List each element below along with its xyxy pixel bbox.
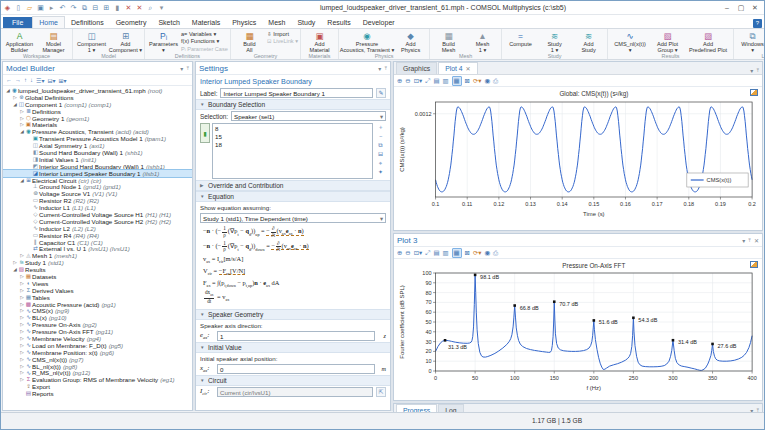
tree-item-sound-hard-boundary-wall-1[interactable]: ◧Sound Hard Boundary (Wall) 1(shb1) xyxy=(3,149,192,156)
tree-item-load-on-membrane-f-d-t-[interactable]: ▷∿Load on Membrane: F_D(t)(pg5) xyxy=(3,342,192,349)
ribbon-tab-sketch[interactable]: Sketch xyxy=(152,17,185,28)
go-to-plot-group-icon[interactable] xyxy=(750,261,758,268)
remove-from-selection-icon[interactable]: － xyxy=(375,132,386,140)
pin-icon[interactable]: ⫯ xyxy=(186,65,189,72)
copy-selection-icon[interactable]: ⧉ xyxy=(375,141,386,149)
panel-menu-icon[interactable]: ▾ xyxy=(180,65,183,72)
go-to-source-button[interactable]: ⇱ xyxy=(376,387,386,397)
tree-item-lumped-loudspeaker-driver-transient-61-mph[interactable]: ◢◉lumped_loudspeaker_driver_transient_61… xyxy=(3,87,192,94)
minimize-button[interactable]: – xyxy=(720,4,734,12)
help-button[interactable]: ? xyxy=(753,19,762,28)
graphics-tab-plot-4[interactable]: Plot 4✕ xyxy=(438,62,477,74)
panel-menu-icon[interactable]: ▾ xyxy=(750,67,753,74)
grid-icon[interactable]: ▤ xyxy=(433,249,439,257)
zoom-box-dropdown-icon[interactable]: ⊡▾ xyxy=(414,77,423,85)
ribbon-tab-geometry[interactable]: Geometry xyxy=(110,17,153,28)
pin-icon[interactable]: ⫯ xyxy=(756,67,759,74)
forward-icon[interactable]: → xyxy=(15,77,21,83)
tree-item-component-1[interactable]: ◢◫Component 1(comp1) (comp1) xyxy=(3,101,192,108)
button-add-plot-group-[interactable]: ▧Add PlotGroup ▾ xyxy=(651,30,684,53)
disable-icon[interactable]: ✕ xyxy=(124,2,133,14)
lock-axes-icon[interactable]: ⊠ xyxy=(465,77,470,85)
button-parameters-[interactable]: PᵢParameters▾ xyxy=(147,30,180,53)
move-up-icon[interactable]: ↑ xyxy=(24,77,27,83)
ribbon-tab-mesh[interactable]: Mesh xyxy=(262,17,291,28)
label-input[interactable]: Interior Lumped Speaker Boundary 1 xyxy=(220,88,373,98)
button-cms-nl-x-t-[interactable]: ∿CMS_nl(x(t))▾ xyxy=(610,30,650,53)
print-icon[interactable]: ⎙ xyxy=(493,249,498,257)
compact-history-icon[interactable]: ▸ xyxy=(47,2,56,14)
button-add-component-[interactable]: ⊞AddComponent ▾ xyxy=(109,30,142,53)
button-build-all[interactable]: ▦BuildAll xyxy=(233,30,266,53)
pin-icon[interactable]: ⫯ xyxy=(384,65,387,72)
image-snapshot-icon[interactable]: ◉ xyxy=(484,77,490,85)
rename-button[interactable]: ✎ xyxy=(376,88,386,98)
selection-list[interactable]: 81518 xyxy=(212,123,373,179)
selection-entity[interactable]: 15 xyxy=(215,133,370,141)
tree-item-ground-node-1[interactable]: ⊥Ground Node 1(gnd1) (gnd1) xyxy=(3,183,192,190)
selection-entity[interactable]: 8 xyxy=(215,125,370,133)
remove-icon[interactable]: ✕ xyxy=(135,2,144,14)
section-equation[interactable]: ▼ Equation xyxy=(196,191,390,202)
add-to-selection-icon[interactable]: ＋ xyxy=(375,123,386,131)
ribbon-tab-results[interactable]: Results xyxy=(321,17,356,28)
new-file-icon[interactable]: ▯ xyxy=(14,2,23,14)
axes-icon[interactable]: ▥ xyxy=(442,249,448,257)
button-windows-[interactable]: ⧉Windows▾ xyxy=(736,30,764,53)
plot-dropdown-icon[interactable]: ⟳▾ xyxy=(473,249,482,257)
zoom-box-dropdown-icon[interactable]: ⊡▾ xyxy=(414,249,423,257)
filter-dropdown-icon[interactable]: ☰▾ xyxy=(36,77,44,84)
print-icon[interactable]: ⎙ xyxy=(493,77,498,85)
ribbon-tab-physics[interactable]: Physics xyxy=(226,17,262,28)
tree-item-inductor-l1[interactable]: ∿Inductor L1(L1) (L1) xyxy=(3,204,192,211)
button-model-manager[interactable]: ▤ModelManager xyxy=(37,30,70,53)
tree-item-evaluation-group-rms-of-membrane-velocity[interactable]: ▷ΣEvaluation Group: RMS of Membrane Velo… xyxy=(3,376,192,383)
collapse-dropdown-icon[interactable]: ⊞▾ xyxy=(58,77,66,84)
tree-item-derived-values[interactable]: ▷ΣDerived Values xyxy=(3,287,192,294)
zoom-extents-icon[interactable]: ⤢ xyxy=(425,249,430,257)
section-override-contribution[interactable]: ▶ Override and Contribution xyxy=(196,180,390,191)
ribbon-tab-developer[interactable]: Developer xyxy=(357,17,401,28)
save-icon[interactable]: ▣ xyxy=(36,2,45,14)
axis-limits-icon[interactable]: ▦ xyxy=(452,76,462,86)
button-add-physics[interactable]: ◆AddPhysics xyxy=(394,30,427,53)
axis-limits-icon[interactable]: ▦ xyxy=(452,248,462,258)
tree-item-inductor-l2[interactable]: ∿Inductor L2(L2) (L2) xyxy=(3,225,192,232)
graphics-tab-graphics[interactable]: Graphics xyxy=(396,62,437,74)
button-add-study[interactable]: ≋AddStudy xyxy=(572,30,605,53)
section-boundary-selection[interactable]: ▼ Boundary Selection xyxy=(196,99,390,110)
zoom-to-selection-icon[interactable]: ⌖ xyxy=(375,159,386,167)
tree-item-interior-lumped-speaker-boundary-1[interactable]: ◪Interior Lumped Speaker Boundary 1(ilsb… xyxy=(3,170,192,177)
button-add-material[interactable]: ▣AddMaterial xyxy=(303,30,336,53)
node-text-dropdown-icon[interactable]: ⊟▾ xyxy=(47,77,55,84)
close-button[interactable]: ✕ xyxy=(748,4,762,12)
tree-item-cms-x-[interactable]: ▷∿CMS(x)(pg9) xyxy=(3,308,192,315)
button-compute-[interactable]: =Compute xyxy=(504,30,537,53)
xax-input[interactable]: 0 xyxy=(217,364,375,374)
zoom-extents-icon[interactable]: ⤢ xyxy=(425,77,430,85)
tree-item-geometry-1[interactable]: ▷⬡Geometry 1(geom1) xyxy=(3,115,192,122)
maximize-button[interactable]: ▢ xyxy=(734,4,748,12)
tree-item-r-ms-nl-v-t-[interactable]: ▷∿R_MS_nl(v(t))(pg12) xyxy=(3,370,192,377)
tree-item-reports[interactable]: ▤Reports xyxy=(3,390,192,397)
tree-item-datasets[interactable]: ▷▦Datasets xyxy=(3,273,192,280)
tree-item-interior-sound-hard-boundary-wall-1[interactable]: ◩Interior Sound Hard Boundary (Wall) 1(i… xyxy=(3,163,192,170)
lock-axes-icon[interactable]: ⊠ xyxy=(465,249,470,257)
ribbon-tab-home[interactable]: Home xyxy=(32,16,65,28)
tree-item-initial-values-1[interactable]: ◨Initial Values 1(init1) xyxy=(3,156,192,163)
paste-icon[interactable]: ⊟ xyxy=(91,2,100,14)
tree-item-capacitor-c1[interactable]: ∥Capacitor C1(C1) (C1) xyxy=(3,239,192,246)
zoom-out-icon[interactable]: ⊖ xyxy=(405,77,410,85)
tree-item-electrical-circuit[interactable]: ◢⊞Electrical Circuit(cir) (cir) xyxy=(3,177,192,184)
paste-selection-icon[interactable]: ⊟ xyxy=(375,150,386,158)
tree-item-tables[interactable]: ▷▦Tables xyxy=(3,294,192,301)
zoom-out-icon[interactable]: ⊖ xyxy=(405,249,410,257)
selection-entity[interactable]: 18 xyxy=(215,141,370,149)
move-down-icon[interactable]: ↓ xyxy=(30,77,33,83)
eax-input[interactable]: 1 xyxy=(217,331,375,341)
menu-f-x-functions-[interactable]: f(x) Functions ▾ xyxy=(181,38,228,45)
tree-item-bl-nl-x-t-[interactable]: ▷∿BL_nl(x(t))(pg8) xyxy=(3,363,192,370)
grid-icon[interactable]: ▤ xyxy=(433,77,439,85)
plot-dropdown-icon[interactable]: ⟳▾ xyxy=(473,77,482,85)
copy-icon[interactable]: ⧉ xyxy=(80,2,89,14)
